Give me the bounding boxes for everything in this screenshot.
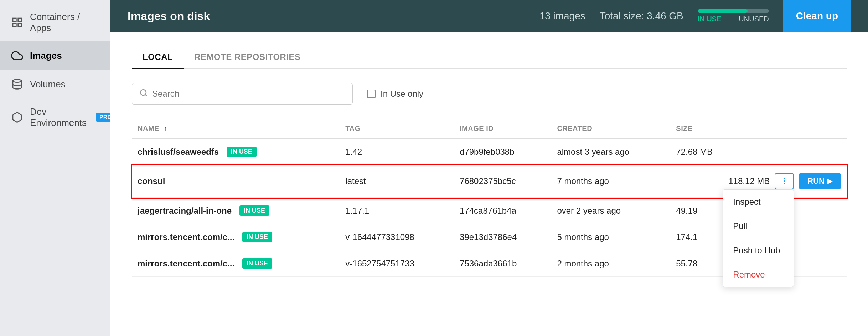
cell-created: almost 3 years ago <box>551 139 670 165</box>
sidebar-item-containers-apps[interactable]: Containers / Apps <box>0 4 110 41</box>
context-menu: Inspect Pull Push to Hub Remove <box>723 189 794 287</box>
usage-bar-track <box>698 9 769 13</box>
pull-menu-item[interactable]: Pull <box>723 214 794 238</box>
svg-rect-2 <box>13 24 16 27</box>
sidebar: Containers / Apps Images Volumes Dev Env… <box>0 0 110 336</box>
sort-arrow-icon: ↑ <box>164 124 167 132</box>
grid-icon <box>11 16 24 29</box>
cloud-icon <box>11 49 24 62</box>
image-name: mirrors.tencent.com/c... <box>138 259 234 269</box>
image-name: mirrors.tencent.com/c... <box>138 232 234 242</box>
database-icon <box>11 78 24 91</box>
svg-point-5 <box>140 90 146 95</box>
sidebar-item-images[interactable]: Images <box>0 41 110 70</box>
in-use-label: IN USE <box>698 15 722 23</box>
col-created: CREATED <box>551 119 670 139</box>
in-use-badge: IN USE <box>242 232 272 242</box>
box-icon <box>11 111 24 124</box>
cell-size: 72.68 MB <box>670 139 847 165</box>
sidebar-item-volumes[interactable]: Volumes <box>0 70 110 98</box>
image-name: chrislusf/seaweedfs <box>138 147 219 157</box>
table-row: chrislusf/seaweedfs IN USE 1.42 d79b9feb… <box>132 139 847 165</box>
cell-image-id: 7536ada3661b <box>454 250 551 277</box>
cell-tag: 1.42 <box>340 139 454 165</box>
search-box <box>132 83 353 105</box>
cell-image-id: d79b9feb038b <box>454 139 551 165</box>
sidebar-item-label-containers-apps: Containers / Apps <box>30 11 100 34</box>
run-arrow-icon: ▶ <box>827 177 832 185</box>
svg-rect-3 <box>18 24 21 27</box>
col-tag: TAG <box>340 119 454 139</box>
in-use-badge: IN USE <box>227 147 257 157</box>
search-input[interactable] <box>152 89 345 99</box>
run-button[interactable]: RUN ▶ <box>799 173 841 189</box>
in-use-filter-label: In Use only <box>381 89 423 99</box>
toolbar: In Use only <box>132 83 847 105</box>
cell-name: chrislusf/seaweedfs IN USE <box>132 139 340 165</box>
images-count: 13 images <box>539 10 585 22</box>
cell-tag: v-1644477331098 <box>340 224 454 250</box>
cell-created: 5 months ago <box>551 224 670 250</box>
svg-point-4 <box>13 80 21 82</box>
sidebar-item-label-volumes: Volumes <box>30 79 66 90</box>
col-name: NAME ↑ <box>132 119 340 139</box>
cell-created: over 2 years ago <box>551 198 670 224</box>
usage-labels: IN USE UNUSED <box>698 15 769 23</box>
consul-size: 118.12 MB <box>728 176 770 186</box>
total-size: Total size: 3.46 GB <box>600 10 683 22</box>
tab-local[interactable]: LOCAL <box>132 46 184 69</box>
in-use-badge: IN USE <box>239 205 269 216</box>
cell-image-id: 76802375bc5c <box>454 165 551 198</box>
cell-name: mirrors.tencent.com/c... IN USE <box>132 250 340 277</box>
image-name: consul <box>138 176 165 186</box>
table-row: consul latest 76802375bc5c 7 months ago … <box>132 165 847 198</box>
tabs-bar: LOCAL REMOTE REPOSITORIES <box>132 46 847 69</box>
cell-tag: latest <box>340 165 454 198</box>
cell-image-id: 39e13d3786e4 <box>454 224 551 250</box>
dropdown-wrapper: ⋮ Inspect Pull Push to Hub Remove <box>775 173 794 189</box>
in-use-filter[interactable]: In Use only <box>367 89 423 99</box>
header-title: Images on disk <box>128 10 210 23</box>
cell-name: mirrors.tencent.com/c... IN USE <box>132 224 340 250</box>
usage-bar: IN USE UNUSED <box>698 9 769 23</box>
search-icon <box>139 88 148 99</box>
unused-label: UNUSED <box>739 15 769 23</box>
cell-name: consul <box>132 165 340 198</box>
cell-tag: v-1652754751733 <box>340 250 454 277</box>
col-size: SIZE <box>670 119 847 139</box>
in-use-checkbox[interactable] <box>367 90 376 98</box>
cell-size-with-actions: 118.12 MB ⋮ Inspect Pull Push to Hub Rem… <box>670 165 847 198</box>
cell-created: 7 months ago <box>551 165 670 198</box>
header: Images on disk 13 images Total size: 3.4… <box>110 0 868 32</box>
remove-menu-item[interactable]: Remove <box>723 263 794 287</box>
svg-rect-1 <box>18 18 21 21</box>
images-table: NAME ↑ TAG IMAGE ID CREATED SIZE <box>132 119 847 277</box>
content-area: LOCAL REMOTE REPOSITORIES In Use only <box>110 32 868 336</box>
cell-tag: 1.17.1 <box>340 198 454 224</box>
cell-created: 2 months ago <box>551 250 670 277</box>
image-name: jaegertracing/all-in-one <box>138 206 232 216</box>
col-image-id: IMAGE ID <box>454 119 551 139</box>
svg-rect-0 <box>13 18 16 21</box>
in-use-badge: IN USE <box>242 258 272 269</box>
main-content: Images on disk 13 images Total size: 3.4… <box>110 0 868 336</box>
sidebar-item-dev-environments[interactable]: Dev Environments PREVIEW <box>0 98 110 136</box>
sidebar-item-label-images: Images <box>30 50 62 61</box>
inspect-menu-item[interactable]: Inspect <box>723 190 794 214</box>
sidebar-item-label-dev-environments: Dev Environments <box>30 106 87 128</box>
cell-image-id: 174ca8761b4a <box>454 198 551 224</box>
usage-bar-fill <box>698 9 748 13</box>
push-to-hub-menu-item[interactable]: Push to Hub <box>723 238 794 263</box>
cell-name: jaegertracing/all-in-one IN USE <box>132 198 340 224</box>
table-header-row: NAME ↑ TAG IMAGE ID CREATED SIZE <box>132 119 847 139</box>
clean-up-button[interactable]: Clean up <box>783 0 851 32</box>
more-options-button[interactable]: ⋮ <box>775 173 794 189</box>
tab-remote-repos[interactable]: REMOTE REPOSITORIES <box>184 46 311 69</box>
